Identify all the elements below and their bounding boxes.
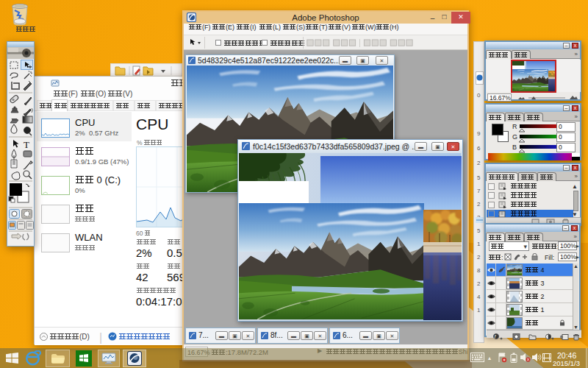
svg-text:T: T xyxy=(24,139,29,150)
